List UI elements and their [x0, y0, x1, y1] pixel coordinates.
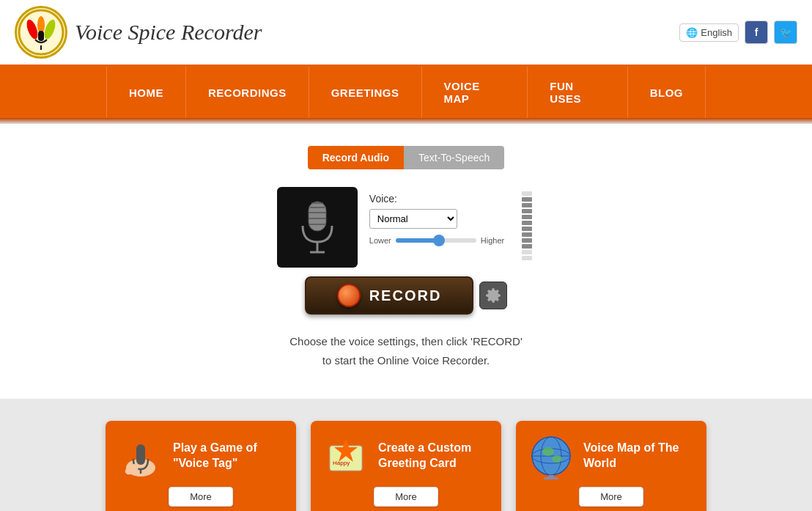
pitch-slider[interactable]: [396, 238, 476, 243]
nav-shadow: [0, 118, 812, 124]
card-3-icon: [528, 433, 575, 479]
card-voice-tag: Play a Game of "Voice Tag" More: [106, 421, 296, 511]
card-2-top: Happy Create a Custom Greeting Card: [322, 433, 490, 479]
svg-rect-4: [38, 31, 44, 41]
settings-button[interactable]: [479, 282, 507, 309]
tab-text-to-speech[interactable]: Text-To-Speech: [404, 146, 504, 169]
card-1-more-button[interactable]: More: [169, 487, 233, 507]
logo-title: Voice Spice Recorder: [75, 20, 262, 45]
level-bar-2: [522, 197, 532, 202]
bottom-section: Play a Game of "Voice Tag" More Happy Cr…: [0, 399, 812, 511]
level-bar-10: [522, 244, 532, 249]
voice-controls: Voice: Normal High Pitch Low Pitch Robot…: [358, 187, 516, 251]
level-bar-4: [522, 209, 532, 213]
voice-select[interactable]: Normal High Pitch Low Pitch Robot Echo: [369, 209, 457, 229]
instructions: Choose the voice settings, then click 'R…: [289, 332, 523, 370]
card-3-top: Voice Map of The World: [528, 433, 695, 479]
nav-greetings[interactable]: GREETINGS: [309, 67, 422, 118]
twitter-icon: 🐦: [780, 26, 792, 38]
card-2-more-button[interactable]: More: [374, 487, 438, 507]
nav-recordings[interactable]: RECORDINGS: [186, 67, 309, 118]
card-2-icon: Happy: [322, 433, 369, 479]
pitch-row: Lower Higher: [369, 236, 504, 245]
logo: [15, 6, 67, 59]
level-bar-5: [522, 215, 532, 219]
pitch-higher-label: Higher: [481, 236, 504, 245]
globe-icon: 🌐: [686, 27, 698, 38]
level-bar-8: [522, 232, 532, 237]
record-button-row: RECORD: [305, 276, 507, 315]
nav-funuses[interactable]: FUN USES: [528, 67, 627, 118]
card-3-more-button[interactable]: More: [579, 487, 643, 507]
microphone-icon: [295, 198, 339, 257]
nav-voicemap[interactable]: VOICE MAP: [422, 67, 528, 118]
record-label: RECORD: [369, 287, 442, 304]
logo-area: Voice Spice Recorder: [15, 6, 262, 59]
svg-rect-15: [136, 444, 145, 465]
level-bar-1: [522, 191, 532, 196]
level-bar-9: [522, 238, 532, 243]
facebook-button[interactable]: f: [745, 21, 768, 44]
card-1-title: Play a Game of "Voice Tag": [173, 441, 284, 471]
svg-point-26: [552, 455, 562, 463]
mic-display: [277, 187, 358, 268]
nav-blog[interactable]: BLOG: [628, 67, 706, 118]
record-circle-icon: [337, 284, 361, 307]
level-meter: [519, 187, 535, 265]
twitter-button[interactable]: 🐦: [774, 21, 797, 44]
level-bar-11: [522, 250, 532, 254]
svg-rect-28: [544, 477, 558, 479]
instruction-line-2: to start the Online Voice Recorder.: [289, 351, 523, 370]
voice-label: Voice:: [369, 193, 504, 205]
svg-text:Happy: Happy: [333, 460, 350, 466]
card-1-icon: [117, 433, 164, 479]
record-button[interactable]: RECORD: [305, 276, 473, 315]
level-bar-6: [522, 221, 532, 225]
nav-home[interactable]: HOME: [106, 67, 186, 118]
card-greeting: Happy Create a Custom Greeting Card More: [311, 421, 501, 511]
recorder-tabs: Record Audio Text-To-Speech: [308, 146, 505, 169]
recorder-panel: Voice: Normal High Pitch Low Pitch Robot…: [277, 187, 535, 268]
card-3-title: Voice Map of The World: [583, 441, 695, 471]
card-voice-map: Voice Map of The World More: [516, 421, 706, 511]
level-bar-7: [522, 227, 532, 231]
svg-rect-6: [309, 202, 326, 231]
pitch-lower-label: Lower: [369, 236, 391, 245]
top-right: 🌐 English f 🐦: [679, 21, 797, 44]
language-label: English: [701, 27, 732, 38]
svg-point-25: [542, 447, 554, 456]
card-2-title: Create a Custom Greeting Card: [378, 441, 490, 471]
tab-record-audio[interactable]: Record Audio: [308, 146, 404, 169]
level-bar-3: [522, 203, 532, 207]
gear-icon: [485, 287, 501, 304]
language-button[interactable]: 🌐 English: [679, 23, 739, 42]
instruction-line-1: Choose the voice settings, then click 'R…: [289, 332, 523, 351]
main-content: Record Audio Text-To-Speech Voice:: [0, 124, 812, 399]
card-1-top: Play a Game of "Voice Tag": [117, 433, 284, 479]
nav-bar: HOME RECORDINGS GREETINGS VOICE MAP FUN …: [0, 67, 812, 118]
top-bar: Voice Spice Recorder 🌐 English f 🐦: [0, 0, 812, 67]
level-bar-12: [522, 256, 532, 260]
